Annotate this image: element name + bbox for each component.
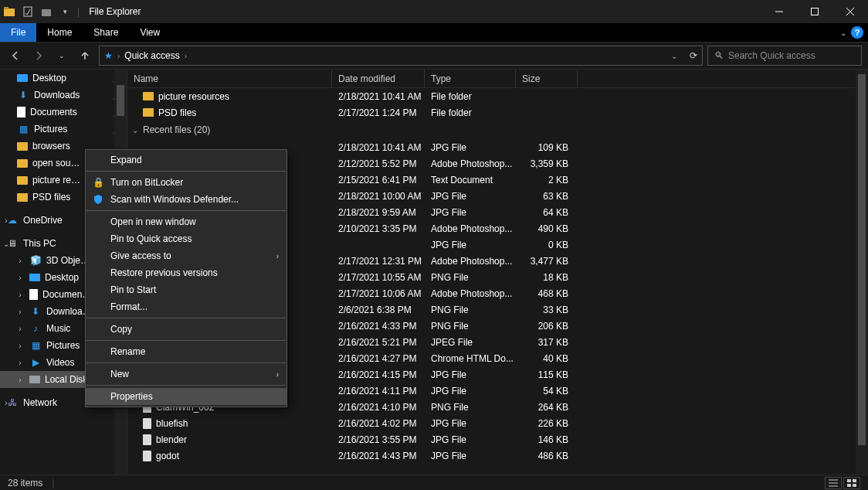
minimize-button[interactable] (761, 0, 797, 23)
file-date: 2/16/2021 4:33 PM (332, 321, 425, 332)
sidebar-item-desktop[interactable]: Desktop📌 (0, 70, 127, 87)
documents-icon (17, 107, 25, 117)
chevron-right-icon[interactable]: › (15, 291, 25, 299)
menu-label: Format... (110, 301, 147, 312)
sidebar-item-label: picture re… (32, 175, 80, 185)
qat-properties-icon[interactable] (22, 5, 34, 18)
menu-give-access[interactable]: Give access to› (86, 247, 287, 264)
menu-expand[interactable]: Expand (86, 151, 287, 168)
tab-view[interactable]: View (129, 23, 171, 42)
back-button[interactable] (6, 46, 25, 65)
chevron-right-icon[interactable]: › (2, 399, 11, 407)
file-row[interactable]: PSD files2/17/2021 1:24 PMFile folder (127, 104, 868, 121)
sidebar-item-label: browsers (32, 141, 70, 151)
sidebar-item-downloads[interactable]: ⬇Downloads📌 (0, 87, 127, 104)
column-size[interactable]: Size (516, 70, 578, 87)
qat-dropdown-icon[interactable]: ▾ (59, 5, 71, 18)
group-label: Recent files (20) (143, 124, 210, 135)
menu-label: Expand (110, 155, 142, 165)
folder-icon (143, 108, 154, 117)
up-button[interactable] (76, 46, 94, 65)
status-count: 28 items (8, 478, 42, 488)
menu-format[interactable]: Format... (86, 298, 287, 315)
scrollbar-thumb[interactable] (858, 74, 866, 445)
tab-home[interactable]: Home (36, 23, 83, 42)
breadcrumb-sep[interactable]: › (185, 52, 187, 60)
pictures-icon: ▦ (17, 123, 29, 135)
menu-rename[interactable]: Rename (86, 343, 287, 360)
menu-label: Rename (110, 346, 145, 357)
file-size: 3,359 KB (516, 158, 578, 169)
sidebar-item-label: Pictures (46, 340, 80, 351)
chevron-right-icon[interactable]: › (2, 216, 11, 225)
details-view-button[interactable] (825, 477, 842, 489)
file-type: PNG File (425, 402, 516, 413)
column-name[interactable]: Name (127, 70, 332, 87)
sidebar-item-pictures[interactable]: ▦Pictures📌 (0, 121, 127, 138)
sidebar-item-documents[interactable]: Documents📌 (0, 104, 127, 121)
breadcrumb-location[interactable]: Quick access (124, 50, 179, 61)
chevron-right-icon[interactable]: › (15, 342, 25, 350)
help-icon[interactable]: ? (851, 26, 863, 39)
file-row[interactable]: godot2/16/2021 4:43 PMJPG File486 KB (127, 447, 868, 464)
address-dropdown-icon[interactable]: ⌄ (671, 52, 677, 60)
maximize-button[interactable] (797, 0, 832, 23)
breadcrumb-sep[interactable]: › (117, 52, 120, 60)
menu-pin-quick-access[interactable]: Pin to Quick access (86, 230, 287, 247)
file-row[interactable]: bluefish2/16/2021 4:02 PMJPG File226 KB (127, 415, 868, 431)
group-recent-files[interactable]: ⌄Recent files (20) (127, 121, 868, 139)
menu-properties[interactable]: Properties (86, 388, 287, 405)
forward-button[interactable] (29, 46, 48, 65)
chevron-right-icon[interactable]: › (15, 257, 25, 265)
address-bar[interactable]: ★ › Quick access › ⌄ ⟳ (99, 46, 703, 66)
file-row[interactable]: picture resources2/18/2021 10:41 AMFile … (127, 88, 868, 104)
file-name: blender (156, 434, 187, 445)
file-date: 2/16/2021 4:11 PM (332, 386, 425, 396)
chevron-right-icon[interactable]: › (15, 274, 25, 282)
menu-bitlocker[interactable]: 🔒Turn on BitLocker (86, 174, 287, 191)
svg-rect-13 (847, 484, 851, 487)
scrollbar-thumb[interactable] (117, 85, 124, 116)
ribbon-expand-icon[interactable]: ⌄ (840, 29, 846, 37)
chevron-right-icon[interactable]: › (15, 325, 25, 333)
menu-label: Copy (110, 324, 132, 335)
file-type: JPG File (425, 434, 516, 445)
menu-restore-versions[interactable]: Restore previous versions (86, 264, 287, 281)
file-type: PNG File (425, 305, 516, 315)
column-type[interactable]: Type (425, 70, 516, 87)
chevron-right-icon[interactable]: › (15, 308, 25, 316)
file-size: 146 KB (516, 434, 578, 445)
file-scrollbar[interactable] (856, 70, 868, 475)
recent-dropdown-icon[interactable]: ⌄ (53, 46, 71, 65)
file-row[interactable]: blender2/16/2021 3:55 PMJPG File146 KB (127, 431, 868, 447)
search-input[interactable]: 🔍︎ Search Quick access (707, 46, 862, 66)
menu-copy[interactable]: Copy (86, 321, 287, 338)
tab-file[interactable]: File (0, 23, 36, 42)
menu-pin-start[interactable]: Pin to Start (86, 281, 287, 298)
folder-icon (17, 176, 28, 185)
file-type: JPG File (425, 191, 516, 202)
menu-new[interactable]: New› (86, 366, 287, 383)
file-type: JPG File (425, 142, 516, 153)
file-type: JPG File (425, 418, 516, 429)
icons-view-button[interactable] (843, 477, 860, 489)
sidebar-item-label: Music (46, 323, 70, 334)
qat-newfolder-icon[interactable] (40, 5, 53, 18)
close-button[interactable] (832, 0, 868, 23)
status-bar: 28 items | (0, 475, 868, 490)
chevron-right-icon[interactable]: › (15, 359, 25, 367)
refresh-icon[interactable]: ⟳ (690, 50, 697, 61)
file-size: 206 KB (516, 321, 578, 332)
file-date: 2/16/2021 4:43 PM (332, 451, 425, 461)
column-date[interactable]: Date modified (332, 70, 425, 87)
file-size: 264 KB (516, 402, 578, 413)
file-size: 226 KB (516, 418, 578, 429)
menu-defender[interactable]: Scan with Windows Defender... (86, 191, 287, 208)
menu-open-new-window[interactable]: Open in new window (86, 213, 287, 230)
chevron-right-icon[interactable]: › (15, 376, 25, 384)
tab-share[interactable]: Share (83, 23, 129, 42)
file-date: 2/17/2021 1:24 PM (332, 107, 425, 118)
file-size: 2 KB (516, 175, 578, 185)
file-size: 109 KB (516, 142, 578, 153)
chevron-down-icon[interactable]: ⌄ (2, 240, 11, 248)
